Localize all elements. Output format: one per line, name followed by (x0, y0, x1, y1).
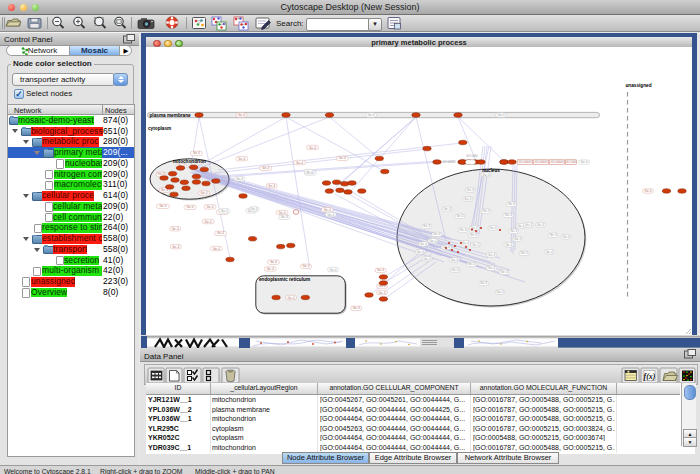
svg-text:GO:00444: GO:00444 (535, 160, 548, 164)
svg-text:Go:-4: Go:-4 (172, 227, 179, 231)
svg-text:Go:-4: Go:-4 (377, 268, 384, 272)
svg-text:Go:-4: Go:-4 (296, 161, 303, 165)
svg-text:Go:-4: Go:-4 (281, 215, 288, 219)
svg-text:Go:-4: Go:-4 (510, 229, 517, 233)
svg-text:Go:-4: Go:-4 (288, 296, 295, 300)
svg-text:GO:044: GO:044 (566, 160, 576, 164)
svg-text:Go:-4: Go:-4 (497, 290, 504, 294)
svg-text:plasma membrane: plasma membrane (150, 113, 192, 118)
svg-text:Go:-4: Go:-4 (514, 237, 521, 241)
svg-text:f(x): f(x) (644, 372, 656, 381)
svg-text:Go:-4: Go:-4 (268, 184, 275, 188)
svg-text:GO:00444: GO:00444 (551, 160, 564, 164)
svg-text:Go:-4: Go:-4 (488, 266, 495, 270)
svg-text:Go:-4: Go:-4 (645, 189, 652, 193)
svg-text:Go:-4: Go:-4 (464, 197, 471, 201)
svg-text:Go:-4: Go:-4 (172, 245, 179, 249)
svg-text:Go:-4: Go:-4 (525, 223, 532, 227)
svg-text:Go:-4: Go:-4 (236, 177, 243, 181)
svg-text:Go:-4: Go:-4 (379, 291, 386, 295)
svg-text:Go:-4: Go:-4 (456, 214, 463, 218)
svg-text:Go:-4: Go:-4 (327, 213, 334, 217)
svg-text:Go:-4: Go:-4 (424, 257, 431, 261)
svg-text:Go:-4: Go:-4 (238, 113, 245, 117)
svg-text:Go:-4: Go:-4 (267, 267, 274, 271)
svg-text:Go:-4: Go:-4 (324, 208, 331, 212)
svg-text:Go:-4: Go:-4 (480, 281, 487, 285)
svg-text:Go:-4: Go:-4 (306, 170, 313, 174)
svg-text:Go:-4: Go:-4 (187, 205, 194, 209)
svg-text:Go:-4: Go:-4 (423, 224, 430, 228)
svg-text:Go:-4: Go:-4 (563, 235, 570, 239)
svg-text:GO:00444: GO:00444 (519, 160, 532, 164)
svg-text:Go:-4: Go:-4 (193, 151, 200, 155)
svg-text:Go:-4: Go:-4 (537, 223, 544, 227)
svg-text:GO:0444: GO:0444 (466, 154, 478, 158)
svg-text:nucleus: nucleus (482, 168, 500, 173)
svg-text:Go:-4: Go:-4 (488, 253, 495, 257)
svg-text:Go:-4: Go:-4 (501, 270, 508, 274)
svg-text:Go:-4: Go:-4 (368, 113, 375, 117)
svg-text:Go:-4: Go:-4 (505, 213, 512, 217)
svg-text:Go:-4: Go:-4 (213, 247, 220, 251)
svg-text:Go:-4: Go:-4 (309, 146, 316, 150)
svg-text:Go:-4: Go:-4 (221, 209, 228, 213)
svg-text:Go:-4: Go:-4 (279, 211, 286, 215)
svg-text:Go:-4: Go:-4 (205, 220, 212, 224)
svg-text:Go:-4: Go:-4 (430, 239, 437, 243)
svg-text:Go:-4: Go:-4 (270, 260, 277, 264)
svg-text:Go:-4: Go:-4 (339, 156, 346, 160)
svg-text:Go:-4: Go:-4 (207, 205, 214, 209)
svg-text:Go:-4: Go:-4 (201, 191, 208, 195)
svg-text:Go:-4: Go:-4 (581, 160, 588, 164)
svg-text:Go:-4: Go:-4 (468, 262, 475, 266)
svg-text:Go:-4: Go:-4 (452, 268, 459, 272)
svg-text:Go:-4: Go:-4 (451, 258, 458, 262)
svg-text:cytoplasm: cytoplasm (148, 126, 171, 131)
svg-text:Go:-4: Go:-4 (546, 250, 553, 254)
svg-text:Go:-4: Go:-4 (470, 233, 477, 237)
svg-text:Go:-4: Go:-4 (472, 243, 479, 247)
svg-text:Go:-4: Go:-4 (433, 232, 440, 236)
svg-text:Go:-4: Go:-4 (217, 231, 224, 235)
svg-text:Go:-4: Go:-4 (159, 204, 166, 208)
svg-text:Go:-4: Go:-4 (251, 207, 258, 211)
svg-text:unassigned: unassigned (626, 83, 652, 88)
svg-text:Go:-4: Go:-4 (498, 113, 505, 117)
svg-text:Go:-4: Go:-4 (353, 306, 360, 310)
svg-text:GO:00444: GO:00444 (443, 160, 456, 164)
svg-text:Go:-4: Go:-4 (462, 241, 469, 245)
svg-text:mitochondrion: mitochondrion (173, 159, 206, 164)
svg-text:Go:-4: Go:-4 (417, 250, 424, 254)
svg-text:endoplasmic reticulum: endoplasmic reticulum (259, 277, 310, 282)
svg-text:Go:-4: Go:-4 (505, 243, 512, 247)
svg-text:Go:-4: Go:-4 (460, 228, 467, 232)
svg-text:Go:-4: Go:-4 (330, 268, 337, 272)
svg-text:Go:-4: Go:-4 (303, 264, 310, 268)
svg-text:Go:-4: Go:-4 (238, 157, 245, 161)
svg-text:Go:-4: Go:-4 (483, 209, 490, 213)
svg-text:Go:-4: Go:-4 (444, 207, 451, 211)
svg-text:Go:-4: Go:-4 (262, 166, 269, 170)
svg-text:Go:-4: Go:-4 (467, 188, 474, 192)
svg-text:Go:-4: Go:-4 (550, 233, 557, 237)
svg-text:Go:-4: Go:-4 (508, 202, 515, 206)
svg-text:Go:-4: Go:-4 (420, 242, 427, 246)
svg-text:Go:-4: Go:-4 (521, 251, 528, 255)
svg-text:Go:-4: Go:-4 (490, 226, 497, 230)
